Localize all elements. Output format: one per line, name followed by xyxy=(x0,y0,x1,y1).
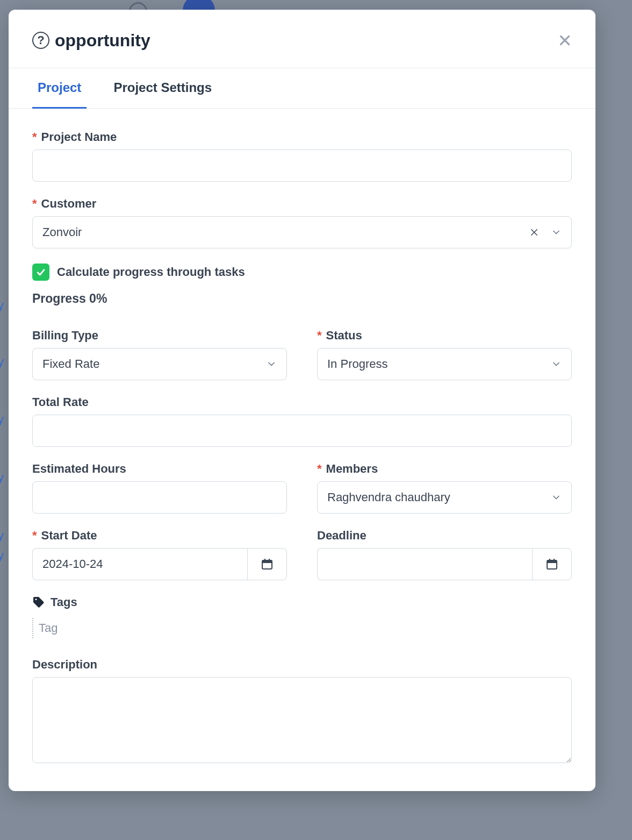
tags-label: Tags xyxy=(51,595,77,609)
tab-project-settings[interactable]: Project Settings xyxy=(108,68,217,109)
field-members: *Members Raghvendra chaudhary xyxy=(317,462,572,514)
start-date-input[interactable]: 2024-10-24 xyxy=(32,548,247,580)
progress-label: Progress 0% xyxy=(32,291,572,306)
bg-fragment: y xyxy=(0,471,4,485)
bg-fragment: y xyxy=(0,298,4,312)
field-description: Description xyxy=(32,658,572,765)
opportunity-modal: ? opportunity Project Project Settings *… xyxy=(9,10,595,791)
status-label: Status xyxy=(326,329,362,343)
project-name-label: Project Name xyxy=(41,130,117,144)
field-customer: *Customer Zonvoir xyxy=(32,197,572,248)
calendar-icon xyxy=(545,558,558,571)
start-date-label: Start Date xyxy=(41,529,97,543)
status-select[interactable]: In Progress xyxy=(317,348,572,380)
tags-input[interactable]: Tag xyxy=(32,618,572,638)
billing-type-value: Fixed Rate xyxy=(42,357,266,371)
members-label: Members xyxy=(326,462,378,476)
required-marker: * xyxy=(32,130,37,144)
chevron-down-icon xyxy=(266,359,277,369)
tag-icon xyxy=(32,596,45,609)
tab-project[interactable]: Project xyxy=(32,68,87,109)
bg-fragment: y xyxy=(0,549,4,563)
chevron-down-icon xyxy=(551,492,562,503)
status-value: In Progress xyxy=(327,357,551,371)
field-status: *Status In Progress xyxy=(317,329,572,380)
modal-header: ? opportunity xyxy=(9,10,595,68)
total-rate-input[interactable] xyxy=(32,415,572,447)
deadline-picker-button[interactable] xyxy=(532,548,572,580)
bg-fragment: y xyxy=(0,355,4,369)
close-button[interactable] xyxy=(554,29,576,52)
field-deadline: Deadline xyxy=(317,529,572,580)
required-marker: * xyxy=(32,529,37,543)
billing-type-select[interactable]: Fixed Rate xyxy=(32,348,287,380)
svg-rect-5 xyxy=(262,560,272,563)
field-calc-progress[interactable]: Calculate progress through tasks xyxy=(32,264,572,281)
tags-placeholder: Tag xyxy=(39,621,58,635)
modal-title-wrap: ? opportunity xyxy=(32,31,150,51)
project-name-input[interactable] xyxy=(32,150,572,182)
chevron-down-icon xyxy=(551,359,562,369)
required-marker: * xyxy=(317,329,322,343)
close-icon xyxy=(558,33,572,47)
form-body: *Project Name *Customer Zonvoir Calculat… xyxy=(9,109,595,791)
customer-select[interactable]: Zonvoir xyxy=(32,216,572,248)
estimated-hours-label: Estimated Hours xyxy=(32,462,126,476)
field-billing-type: Billing Type Fixed Rate xyxy=(32,329,287,380)
bg-fragment: y xyxy=(0,412,4,426)
svg-rect-9 xyxy=(547,560,557,563)
description-label: Description xyxy=(32,658,97,672)
bg-fragment: y xyxy=(0,529,4,543)
required-marker: * xyxy=(317,462,322,476)
modal-title: opportunity xyxy=(55,31,150,51)
help-icon[interactable]: ? xyxy=(32,32,49,49)
customer-label: Customer xyxy=(41,197,97,211)
members-value: Raghvendra chaudhary xyxy=(327,490,551,504)
members-select[interactable]: Raghvendra chaudhary xyxy=(317,481,572,514)
tags-label-row: Tags xyxy=(32,595,572,609)
total-rate-label: Total Rate xyxy=(32,395,89,409)
deadline-label: Deadline xyxy=(317,529,367,543)
check-icon xyxy=(35,267,46,277)
tabs: Project Project Settings xyxy=(9,68,595,109)
field-project-name: *Project Name xyxy=(32,130,572,182)
field-estimated-hours: Estimated Hours xyxy=(32,462,287,514)
start-date-picker-button[interactable] xyxy=(247,548,287,580)
start-date-value: 2024-10-24 xyxy=(42,557,103,571)
field-total-rate: Total Rate xyxy=(32,395,572,447)
calc-progress-label: Calculate progress through tasks xyxy=(57,265,245,279)
estimated-hours-input[interactable] xyxy=(32,481,287,514)
description-textarea[interactable] xyxy=(32,677,572,763)
required-marker: * xyxy=(32,197,37,211)
field-start-date: *Start Date 2024-10-24 xyxy=(32,529,287,580)
chevron-down-icon xyxy=(551,227,562,238)
customer-value: Zonvoir xyxy=(42,225,529,239)
calendar-icon xyxy=(261,558,274,571)
checkbox-checked[interactable] xyxy=(32,264,49,281)
deadline-input[interactable] xyxy=(317,548,532,580)
clear-icon[interactable] xyxy=(529,227,539,237)
billing-type-label: Billing Type xyxy=(32,329,98,343)
